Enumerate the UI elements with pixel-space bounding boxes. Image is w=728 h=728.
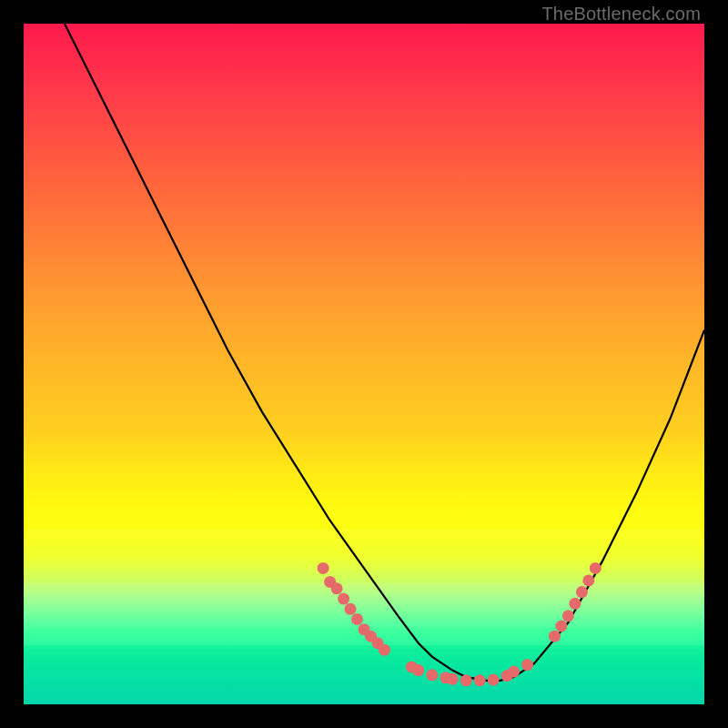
- watermark-text: TheBottleneck.com: [541, 4, 701, 25]
- chart-frame: [24, 24, 704, 704]
- chart-gradient-background: [24, 24, 704, 704]
